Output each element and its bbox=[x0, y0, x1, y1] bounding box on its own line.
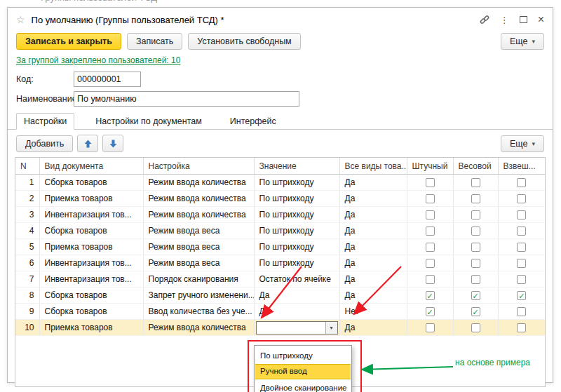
doc-type-cell[interactable]: Приемка товаров bbox=[39, 191, 143, 207]
weighted-checkbox[interactable] bbox=[517, 259, 526, 268]
tab-settings[interactable]: Настройки bbox=[16, 113, 74, 130]
table-row[interactable]: 2 Приемка товаров Режим ввода количества… bbox=[15, 191, 545, 207]
code-input[interactable] bbox=[74, 72, 141, 87]
setting-cell[interactable]: Режим ввода количества bbox=[143, 207, 254, 223]
row-number[interactable]: 7 bbox=[15, 271, 39, 288]
more-button[interactable]: Еще ▾ bbox=[501, 33, 544, 50]
group-users-link[interactable]: За группой закреплено пользователей: 10 bbox=[16, 55, 180, 65]
setting-cell[interactable]: Режим ввода количества bbox=[143, 191, 254, 207]
value-cell[interactable]: По штрихкоду bbox=[254, 191, 339, 207]
value-cell[interactable]: По штрихкоду bbox=[254, 255, 339, 271]
piece-checkbox[interactable] bbox=[426, 227, 435, 236]
table-row[interactable]: 6 Инвентаризация тов... Режим ввода веса… bbox=[15, 255, 545, 271]
save-and-close-button[interactable]: Записать и закрыть bbox=[16, 33, 121, 50]
piece-checkbox[interactable] bbox=[426, 275, 435, 284]
piece-checkbox[interactable] bbox=[426, 323, 435, 332]
all-kinds-cell[interactable]: Да bbox=[339, 223, 407, 239]
all-kinds-cell[interactable]: Да bbox=[339, 320, 407, 336]
row-number[interactable]: 2 bbox=[15, 191, 39, 207]
combo-dropdown-button[interactable]: ▼ bbox=[325, 322, 337, 334]
value-cell[interactable]: Да bbox=[254, 304, 339, 320]
grid-more-button[interactable]: Еще ▾ bbox=[501, 135, 544, 152]
favorite-star-icon[interactable]: ☆ bbox=[16, 14, 25, 25]
tab-interface[interactable]: Интерфейс bbox=[223, 114, 283, 129]
weight-checkbox[interactable] bbox=[471, 194, 480, 203]
dropdown-item-highlighted[interactable]: Ручной ввод bbox=[255, 364, 351, 379]
table-row[interactable]: 4 Сборка товаров Режим ввода веса По штр… bbox=[15, 223, 545, 239]
table-row[interactable]: 9 Сборка товаров Ввод количества без уче… bbox=[15, 304, 545, 320]
all-kinds-cell[interactable]: Да bbox=[339, 175, 407, 191]
doc-type-cell[interactable]: Инвентаризация тов... bbox=[39, 207, 143, 223]
weight-checkbox[interactable] bbox=[471, 243, 480, 252]
doc-type-cell[interactable]: Инвентаризация тов... bbox=[39, 271, 143, 288]
more-menu-icon[interactable]: ⋮ bbox=[500, 15, 509, 25]
setting-cell[interactable]: Режим ввода количества bbox=[143, 320, 254, 336]
doc-type-cell[interactable]: Приемка товаров bbox=[39, 239, 143, 255]
weight-checkbox[interactable] bbox=[471, 178, 480, 187]
setting-cell[interactable]: Запрет ручного изменени... bbox=[143, 288, 254, 304]
weighted-checkbox[interactable] bbox=[517, 194, 526, 203]
piece-checkbox[interactable] bbox=[426, 259, 435, 268]
value-editor[interactable]: ▼ bbox=[256, 321, 338, 334]
row-number[interactable]: 9 bbox=[15, 304, 39, 320]
move-up-button[interactable] bbox=[77, 135, 98, 152]
weight-checkbox[interactable] bbox=[471, 210, 480, 219]
value-cell-editing[interactable]: ▼ bbox=[254, 320, 339, 336]
setting-cell[interactable]: Режим ввода веса bbox=[143, 239, 254, 255]
piece-checkbox[interactable] bbox=[426, 243, 435, 252]
get-link-icon[interactable] bbox=[480, 15, 489, 25]
piece-checkbox[interactable]: ✓ bbox=[426, 291, 435, 300]
weight-checkbox[interactable] bbox=[471, 323, 480, 332]
piece-checkbox[interactable] bbox=[426, 194, 435, 203]
tab-settings-by-documents[interactable]: Настройки по документам bbox=[88, 114, 209, 129]
weighted-checkbox[interactable]: ✓ bbox=[517, 291, 526, 300]
doc-type-cell[interactable]: Инвентаризация тов... bbox=[39, 255, 143, 271]
weight-checkbox[interactable] bbox=[471, 259, 480, 268]
value-cell[interactable]: По штрихкоду bbox=[254, 207, 339, 223]
weight-checkbox[interactable]: ✓ bbox=[471, 291, 480, 300]
weight-checkbox[interactable] bbox=[471, 275, 480, 284]
weight-checkbox[interactable] bbox=[471, 227, 480, 236]
all-kinds-cell[interactable]: Нет bbox=[339, 304, 407, 320]
setting-cell[interactable]: Режим ввода веса bbox=[143, 255, 254, 271]
row-number[interactable]: 8 bbox=[15, 288, 39, 304]
all-kinds-cell[interactable]: Да bbox=[339, 191, 407, 207]
piece-checkbox[interactable]: ✓ bbox=[426, 307, 435, 316]
table-row-selected[interactable]: 10 Приемка товаров Режим ввода количеств… bbox=[15, 320, 545, 336]
all-kinds-cell[interactable]: Да bbox=[339, 288, 407, 304]
setting-cell[interactable]: Режим ввода веса bbox=[143, 223, 254, 239]
setting-cell[interactable]: Порядок сканирования bbox=[143, 271, 254, 288]
add-row-button[interactable]: Добавить bbox=[16, 135, 73, 152]
weighted-checkbox[interactable] bbox=[517, 243, 526, 252]
weighted-checkbox[interactable] bbox=[517, 210, 526, 219]
piece-checkbox[interactable] bbox=[426, 210, 435, 219]
all-kinds-cell[interactable]: Да bbox=[339, 255, 407, 271]
value-cell[interactable]: По штрихкоду bbox=[254, 223, 339, 239]
value-cell[interactable]: По штрихкоду bbox=[254, 239, 339, 255]
row-number[interactable]: 4 bbox=[15, 223, 39, 239]
value-editor-text[interactable] bbox=[257, 322, 325, 334]
set-free-button[interactable]: Установить свободным bbox=[188, 33, 300, 50]
value-cell[interactable]: Да bbox=[254, 288, 339, 304]
weighted-checkbox[interactable] bbox=[517, 275, 526, 284]
doc-type-cell[interactable]: Сборка товаров bbox=[39, 304, 143, 320]
table-row[interactable]: 7 Инвентаризация тов... Порядок сканиров… bbox=[15, 271, 545, 288]
all-kinds-cell[interactable]: Да bbox=[339, 271, 407, 288]
dropdown-item[interactable]: Двойное сканирование bbox=[255, 381, 351, 392]
weighted-checkbox[interactable] bbox=[517, 307, 526, 316]
doc-type-cell[interactable]: Сборка товаров bbox=[39, 223, 143, 239]
maximize-icon[interactable] bbox=[520, 16, 527, 23]
row-number[interactable]: 10 bbox=[15, 320, 39, 336]
weight-checkbox[interactable]: ✓ bbox=[471, 307, 480, 316]
row-number[interactable]: 1 bbox=[15, 175, 39, 191]
dropdown-item[interactable]: По штрихкоду bbox=[255, 349, 351, 363]
close-icon[interactable]: × bbox=[538, 14, 544, 25]
weighted-checkbox[interactable] bbox=[517, 227, 526, 236]
value-cell[interactable]: Остаток по ячейке bbox=[254, 271, 339, 288]
setting-cell[interactable]: Режим ввода количества bbox=[143, 175, 254, 191]
setting-cell[interactable]: Ввод количества без уче... bbox=[143, 304, 254, 320]
doc-type-cell[interactable]: Сборка товаров bbox=[39, 288, 143, 304]
table-row[interactable]: 1 Сборка товаров Режим ввода количества … bbox=[15, 175, 545, 191]
table-row[interactable]: 3 Инвентаризация тов... Режим ввода коли… bbox=[15, 207, 545, 223]
weighted-checkbox[interactable] bbox=[517, 323, 526, 332]
